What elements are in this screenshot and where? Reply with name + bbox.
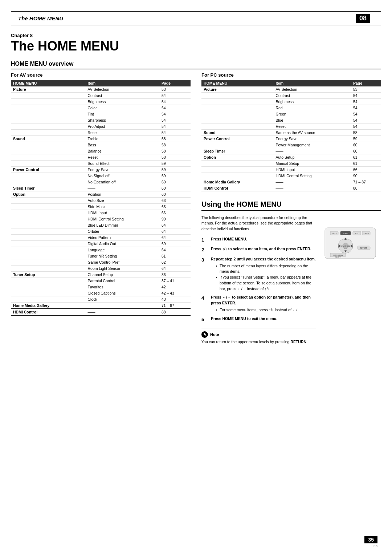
av-table-row: SoundTreble58 — [11, 135, 191, 142]
av-item-cell: Tuner NR Setting — [86, 253, 159, 259]
av-table-row: HDMI Control Setting90 — [11, 216, 191, 222]
pc-category-cell — [201, 117, 273, 123]
page-number: 35 — [364, 536, 377, 543]
pc-category-cell: Home Media Gallery — [201, 179, 273, 185]
av-page-cell: 64 — [159, 234, 191, 240]
pc-table-row: HDMI Control Setting90 — [201, 173, 381, 179]
av-item-cell: Reset — [86, 154, 159, 160]
col-header-item: Item — [86, 80, 159, 86]
av-table-row: Auto Size63 — [11, 197, 191, 203]
av-category-cell — [11, 234, 86, 240]
step-text: Press ↑/↓ to select a menu item, and the… — [211, 246, 316, 252]
av-item-cell: No Signal off — [86, 173, 159, 179]
pc-category-cell: Power Control — [201, 135, 273, 142]
pc-item-cell: Same as the AV source — [273, 129, 351, 135]
step-bullet-item: If you select "Tuner Setup", a menu bar … — [216, 275, 316, 292]
pc-table-row: SoundSame as the AV source58 — [201, 129, 381, 135]
pc-item-cell: —— — [273, 179, 351, 185]
pc-item-cell: Red — [273, 105, 351, 111]
av-table-row: Tint54 — [11, 111, 191, 117]
av-page-cell: 54 — [159, 129, 191, 135]
pc-table-row: Power ControlEnergy Save59 — [201, 135, 381, 142]
av-category-cell — [11, 247, 86, 253]
av-table-row: Bass58 — [11, 142, 191, 148]
av-page-cell: 63 — [159, 197, 191, 203]
pc-table-row: HDMI Input66 — [201, 166, 381, 173]
av-item-cell: —— — [86, 185, 159, 191]
av-table-row: Color54 — [11, 105, 191, 111]
pc-category-cell — [201, 173, 273, 179]
pc-table-row: Brightness54 — [201, 98, 381, 105]
pc-page-cell: 59 — [351, 135, 381, 142]
av-table-row: Brightness54 — [11, 98, 191, 105]
av-category-cell — [11, 222, 86, 228]
pc-page-cell: 58 — [351, 129, 381, 135]
step-text: Repeat step 2 until you access the desir… — [211, 256, 316, 262]
av-category-cell: Tuner Setup — [11, 271, 86, 278]
av-table-row: PictureAV Selection53 — [11, 86, 191, 93]
av-table-row: Orbiter64 — [11, 228, 191, 234]
pc-page-cell: 54 — [351, 105, 381, 111]
step-number: 4 — [201, 295, 209, 313]
av-item-cell: Bass — [86, 142, 159, 148]
pc-table-row: Power Management60 — [201, 142, 381, 148]
av-item-cell: Energy Save — [86, 166, 159, 173]
pc-col-header-item: Item — [273, 80, 351, 86]
av-item-cell: Auto Size — [86, 197, 159, 203]
av-category-cell — [11, 92, 86, 98]
av-page-cell: 63 — [159, 203, 191, 210]
svg-text:▼: ▼ — [344, 249, 347, 253]
pc-table-row: Manual Setup61 — [201, 160, 381, 166]
av-table-row: HDMI Input66 — [11, 210, 191, 216]
pc-item-cell: Manual Setup — [273, 160, 351, 166]
col-header-page: Page — [159, 80, 191, 86]
av-page-cell: 54 — [159, 98, 191, 105]
av-item-cell: Video Pattern — [86, 234, 159, 240]
av-page-cell: 62 — [159, 259, 191, 265]
av-table-row: OptionPosition60 — [11, 191, 191, 197]
pc-table-row: Contrast54 — [201, 92, 381, 98]
pc-table-row: Home Media Gallery——71 – 87 — [201, 179, 381, 185]
av-page-cell: 42 — [159, 284, 191, 290]
av-item-cell: Clock — [86, 296, 159, 302]
chapter-title: The HOME MENU — [11, 39, 381, 53]
step-bullet-item: For some menu items, press ↑/↓ instead o… — [216, 307, 316, 313]
pc-table-row: PictureAV Selection53 — [201, 86, 381, 93]
av-category-cell — [11, 253, 86, 259]
pc-page-cell: 60 — [351, 148, 381, 154]
pc-page-cell: 71 – 87 — [351, 179, 381, 185]
av-page-cell: 64 — [159, 265, 191, 271]
pc-table-row: Red54 — [201, 105, 381, 111]
av-item-cell: Orbiter — [86, 228, 159, 234]
av-page-cell: 37 – 41 — [159, 278, 191, 284]
av-page-cell: 64 — [159, 228, 191, 234]
pc-page-cell: 61 — [351, 154, 381, 160]
step-text: Press HOME MENU to exit the menu. — [211, 316, 316, 322]
step-bullets: The number of menu layers differs depend… — [216, 263, 316, 292]
using-section: Using the HOME MENU The following descri… — [201, 200, 381, 345]
pc-table-row: Sleep Timer——60 — [201, 148, 381, 154]
av-item-cell: Blue LED Dimmer — [86, 222, 159, 228]
av-category-cell — [11, 173, 86, 179]
av-page-cell: 54 — [159, 117, 191, 123]
pc-item-cell: Energy Save — [273, 135, 351, 142]
av-category-cell — [11, 265, 86, 271]
av-item-cell: Language — [86, 247, 159, 253]
av-item-cell: Channel Setup — [86, 271, 159, 278]
pc-category-cell — [201, 98, 273, 105]
av-table-row: Game Control Pref62 — [11, 259, 191, 265]
av-item-cell: Sound Effect — [86, 160, 159, 166]
av-item-cell: Position — [86, 191, 159, 197]
note-box: ✎ Note You can return to the upper menu … — [201, 328, 316, 345]
pc-source-wrapper: For PC source HOME MENU Item Page Pictur… — [201, 72, 381, 191]
av-category-cell — [11, 98, 86, 105]
av-category-cell — [11, 197, 86, 203]
pc-page-cell: 54 — [351, 123, 381, 129]
step-number: 3 — [201, 256, 209, 292]
av-table-row: Favorites42 — [11, 284, 191, 290]
av-item-cell: Reset — [86, 129, 159, 135]
note-icon: ✎ — [201, 331, 208, 338]
av-page-cell: 54 — [159, 123, 191, 129]
svg-text:ADJ.: ADJ. — [355, 232, 359, 235]
pc-item-cell: Reset — [273, 123, 351, 129]
